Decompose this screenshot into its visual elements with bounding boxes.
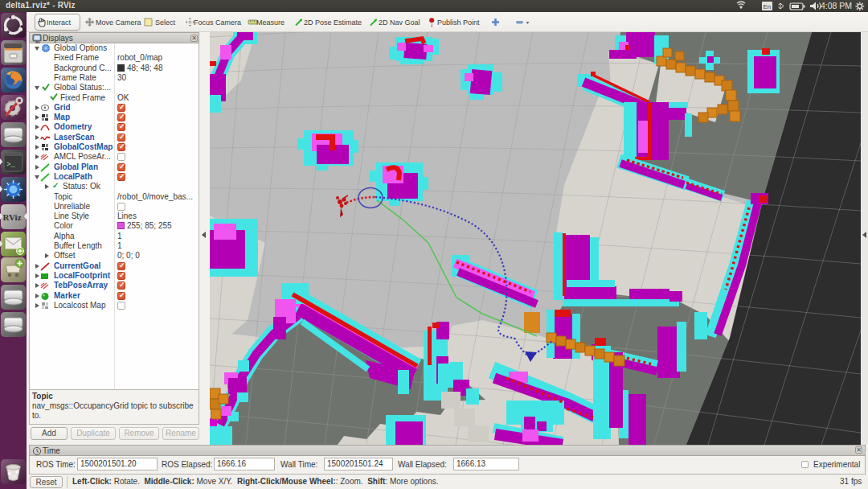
svg-text:>_: >_ — [6, 161, 15, 169]
svg-text:RViz: RViz — [3, 212, 22, 222]
svg-text:En: En — [764, 3, 772, 10]
